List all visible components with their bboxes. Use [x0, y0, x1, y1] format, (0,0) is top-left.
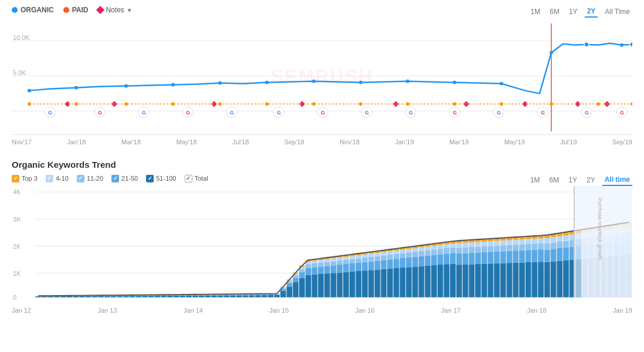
bottom-time-2y[interactable]: 2Y: [584, 175, 598, 185]
svg-rect-316: [324, 262, 330, 266]
svg-rect-321: [331, 261, 337, 265]
svg-rect-389: [419, 266, 425, 297]
svg-rect-459: [507, 263, 513, 297]
svg-text:G: G: [230, 110, 234, 116]
time-filter-alltime[interactable]: All Time: [602, 6, 632, 17]
time-filter-1y[interactable]: 1Y: [567, 6, 580, 17]
svg-text:5.0K: 5.0K: [13, 69, 26, 76]
organic-dot: [12, 7, 18, 13]
svg-rect-94: [48, 296, 53, 297]
svg-point-54: [550, 51, 553, 55]
svg-rect-494: [551, 262, 557, 297]
svg-rect-337: [350, 256, 355, 259]
svg-text:G: G: [453, 110, 457, 116]
x-label-mar19: Mar'19: [449, 138, 469, 145]
svg-rect-435: [475, 252, 481, 264]
svg-rect-244: [236, 295, 242, 297]
svg-rect-351: [368, 257, 374, 262]
svg-rect-502: [557, 236, 562, 242]
bottom-time-1y[interactable]: 1Y: [566, 175, 579, 185]
organic-label: ORGANIC: [21, 6, 54, 14]
svg-text:G: G: [321, 110, 325, 116]
x-bottom-jan16: Jan 16: [355, 307, 375, 314]
svg-text:10.0K: 10.0K: [13, 34, 30, 41]
paid-legend-item: PAID: [63, 6, 89, 14]
svg-rect-442: [482, 242, 487, 246]
time-filter-1m[interactable]: 1M: [528, 6, 543, 17]
paid-dot: [63, 7, 69, 13]
legend-51-100[interactable]: ✓ 51-100: [146, 175, 176, 182]
legend-4-10[interactable]: ✓ 4-10: [46, 175, 69, 182]
svg-text:3K: 3K: [13, 215, 21, 222]
svg-rect-489: [544, 262, 550, 297]
svg-rect-265: [262, 295, 267, 295]
legend-total[interactable]: ✓ Total: [185, 175, 208, 182]
r21-50-label: 21-50: [121, 175, 138, 182]
svg-rect-270: [267, 295, 273, 295]
x-bottom-jan15: Jan 15: [269, 307, 289, 314]
svg-rect-254: [249, 295, 255, 297]
svg-text:G: G: [48, 110, 52, 116]
total-check-icon: ✓: [185, 175, 192, 182]
bottom-time-6m[interactable]: 6M: [547, 175, 562, 185]
svg-point-46: [171, 83, 175, 86]
x-label-nov18: Nov'18: [340, 138, 360, 145]
svg-rect-409: [444, 264, 450, 297]
r51-100-check-icon: ✓: [146, 175, 154, 182]
bottom-time-1m[interactable]: 1M: [528, 175, 543, 185]
svg-rect-195: [174, 295, 179, 296]
svg-rect-377: [400, 250, 406, 253]
svg-point-66: [406, 102, 409, 106]
svg-rect-464: [513, 263, 518, 297]
svg-rect-471: [519, 244, 525, 250]
r51-100-label: 51-100: [156, 175, 176, 182]
svg-rect-229: [218, 295, 223, 297]
svg-rect-311: [318, 263, 324, 267]
svg-rect-209: [192, 296, 198, 297]
svg-rect-439: [482, 264, 487, 297]
svg-rect-499: [557, 261, 562, 297]
svg-rect-219: [205, 296, 211, 297]
svg-rect-340: [356, 263, 362, 271]
svg-rect-329: [343, 272, 349, 297]
svg-rect-449: [494, 263, 500, 297]
organic-legend-item: ORGANIC: [12, 6, 54, 14]
svg-rect-129: [91, 296, 97, 297]
svg-point-71: [631, 102, 632, 106]
svg-rect-496: [551, 242, 557, 249]
svg-rect-139: [104, 296, 110, 297]
svg-rect-436: [475, 246, 481, 252]
svg-rect-386: [412, 252, 418, 257]
svg-rect-466: [513, 245, 518, 251]
svg-rect-495: [551, 249, 557, 262]
svg-rect-417: [450, 243, 456, 248]
svg-rect-234: [223, 295, 229, 297]
time-filter-6m[interactable]: 6M: [547, 6, 562, 17]
svg-rect-356: [375, 256, 381, 261]
svg-rect-395: [425, 256, 431, 266]
bottom-time-alltime[interactable]: All time: [602, 174, 632, 186]
x-bottom-jan14: Jan 14: [184, 307, 203, 314]
svg-rect-367: [387, 251, 393, 255]
svg-rect-325: [337, 265, 343, 272]
svg-rect-305: [311, 268, 317, 275]
time-filter-2y[interactable]: 2Y: [585, 6, 598, 18]
svg-rect-189: [167, 296, 173, 297]
svg-rect-317: [324, 259, 330, 262]
svg-rect-424: [463, 265, 469, 297]
svg-rect-560: [574, 186, 575, 297]
svg-point-68: [500, 102, 503, 106]
notes-dropdown[interactable]: Notes ▼: [97, 6, 132, 14]
svg-rect-469: [519, 262, 525, 297]
svg-rect-320: [331, 265, 337, 273]
svg-rect-364: [387, 269, 393, 297]
svg-rect-455: [500, 251, 506, 263]
legend-21-50[interactable]: ✓ 21-50: [111, 175, 138, 182]
legend-top3[interactable]: ✓ Top 3: [12, 175, 38, 182]
svg-text:G: G: [277, 110, 281, 116]
svg-rect-204: [186, 296, 192, 297]
svg-rect-180: [155, 295, 161, 296]
svg-rect-210: [192, 295, 198, 296]
total-label: Total: [195, 175, 208, 182]
legend-11-20[interactable]: ✓ 11-20: [77, 175, 103, 182]
